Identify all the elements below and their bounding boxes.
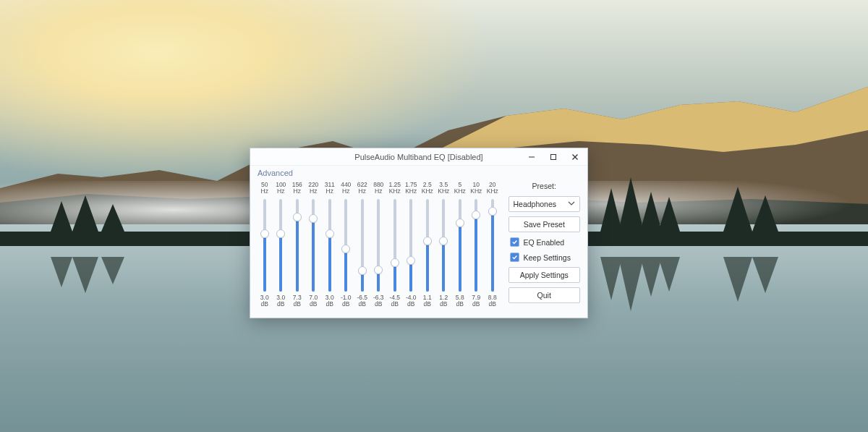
svg-rect-1 xyxy=(551,155,556,160)
minimize-icon xyxy=(528,153,535,161)
equalizer-bands: 50Hz3.0dB100Hz3.0dB156Hz7.3dB220Hz7.0dB3… xyxy=(258,182,500,309)
chevron-down-icon xyxy=(568,200,575,208)
eq-band-20KHz: 20KHz8.8dB xyxy=(485,182,500,309)
band-freq-label: 440Hz xyxy=(341,182,351,196)
equalizer-window: PulseAudio Multiband EQ [Disabled] Advan… xyxy=(250,148,588,318)
band-slider[interactable] xyxy=(307,199,320,292)
band-freq-label: 10KHz xyxy=(470,182,482,196)
window-close-button[interactable] xyxy=(564,148,586,166)
checkbox-checked-icon xyxy=(510,237,519,247)
save-preset-button[interactable]: Save Preset xyxy=(509,216,581,232)
eq-band-156Hz: 156Hz7.3dB xyxy=(290,182,305,309)
band-value-label: -6.3dB xyxy=(373,295,384,309)
band-slider[interactable] xyxy=(291,199,304,292)
band-value-label: -4.0dB xyxy=(406,295,417,309)
eq-band-5KHz: 5KHz5.8dB xyxy=(453,182,467,309)
eq-band-311Hz: 311Hz3.0dB xyxy=(323,182,337,309)
band-value-label: 3.0dB xyxy=(260,295,269,309)
band-slider[interactable] xyxy=(469,199,482,292)
window-maximize-button[interactable] xyxy=(542,148,564,166)
eq-band-100Hz: 100Hz3.0dB xyxy=(274,182,289,309)
band-slider[interactable] xyxy=(339,199,352,292)
quit-button[interactable]: Quit xyxy=(509,287,581,303)
band-slider[interactable] xyxy=(323,199,336,292)
preset-label: Preset: xyxy=(509,182,581,190)
band-freq-label: 622Hz xyxy=(357,182,367,196)
apply-settings-button[interactable]: Apply Settings xyxy=(509,267,581,283)
eq-band-10KHz: 10KHz7.9dB xyxy=(469,182,484,309)
band-slider[interactable] xyxy=(258,199,271,292)
band-value-label: 7.9dB xyxy=(472,295,480,309)
eq-band-440Hz: 440Hz-1.0dB xyxy=(339,182,354,309)
band-value-label: 7.0dB xyxy=(309,295,318,309)
band-freq-label: 880Hz xyxy=(373,182,383,196)
preset-select[interactable]: Headphones xyxy=(509,196,581,212)
band-slider[interactable] xyxy=(404,199,417,292)
band-slider[interactable] xyxy=(454,199,467,292)
band-slider[interactable] xyxy=(356,199,369,292)
band-value-label: -4.5dB xyxy=(389,295,400,309)
band-freq-label: 50Hz xyxy=(261,182,268,196)
band-value-label: 8.8dB xyxy=(488,295,497,309)
eq-band-50Hz: 50Hz3.0dB xyxy=(258,182,272,309)
band-freq-label: 5KHz xyxy=(454,182,466,196)
eq-band-2.5KHz: 2.5KHz1.1dB xyxy=(420,182,435,309)
window-minimize-button[interactable] xyxy=(521,148,542,166)
eq-band-622Hz: 622Hz-6.5dB xyxy=(355,182,370,309)
band-freq-label: 100Hz xyxy=(276,182,286,196)
band-value-label: 3.0dB xyxy=(326,295,334,309)
window-titlebar[interactable]: PulseAudio Multiband EQ [Disabled] xyxy=(250,148,587,166)
eq-enabled-label: EQ Enabled xyxy=(524,238,565,247)
band-freq-label: 3.5KHz xyxy=(438,182,449,196)
keep-settings-label: Keep Settings xyxy=(524,253,571,262)
menu-advanced[interactable]: Advanced xyxy=(258,169,293,177)
band-value-label: 3.0dB xyxy=(276,295,285,309)
band-slider[interactable] xyxy=(388,199,401,292)
keep-settings-checkbox[interactable]: Keep Settings xyxy=(509,252,581,263)
eq-band-1.75KHz: 1.75KHz-4.0dB xyxy=(404,182,419,309)
band-slider[interactable] xyxy=(486,199,499,292)
eq-enabled-checkbox[interactable]: EQ Enabled xyxy=(509,237,581,247)
band-value-label: 1.1dB xyxy=(423,295,432,309)
band-slider[interactable] xyxy=(421,199,434,292)
band-slider[interactable] xyxy=(372,199,385,292)
side-panel: Preset: Headphones Save Preset EQ Enable… xyxy=(509,182,581,309)
eq-band-1.25KHz: 1.25KHz-4.5dB xyxy=(388,182,402,309)
band-freq-label: 2.5KHz xyxy=(422,182,433,196)
band-slider[interactable] xyxy=(437,199,450,292)
eq-band-880Hz: 880Hz-6.3dB xyxy=(372,182,386,309)
band-value-label: 5.8dB xyxy=(456,295,464,309)
band-freq-label: 156Hz xyxy=(292,182,302,196)
eq-band-3.5KHz: 3.5KHz1.2dB xyxy=(437,182,451,309)
band-freq-label: 311Hz xyxy=(325,182,335,196)
maximize-icon xyxy=(550,153,557,161)
checkbox-checked-icon xyxy=(510,253,519,262)
band-value-label: 7.3dB xyxy=(293,295,302,309)
band-freq-label: 20KHz xyxy=(487,182,498,196)
close-icon xyxy=(571,153,579,161)
band-value-label: -1.0dB xyxy=(341,295,352,309)
band-slider[interactable] xyxy=(274,199,287,292)
band-value-label: -6.5dB xyxy=(357,295,367,309)
band-value-label: 1.2dB xyxy=(439,295,448,309)
preset-value: Headphones xyxy=(514,200,557,208)
band-freq-label: 1.25KHz xyxy=(388,182,401,196)
band-freq-label: 220Hz xyxy=(308,182,318,196)
band-freq-label: 1.75KHz xyxy=(405,182,417,196)
eq-band-220Hz: 220Hz7.0dB xyxy=(307,182,321,309)
